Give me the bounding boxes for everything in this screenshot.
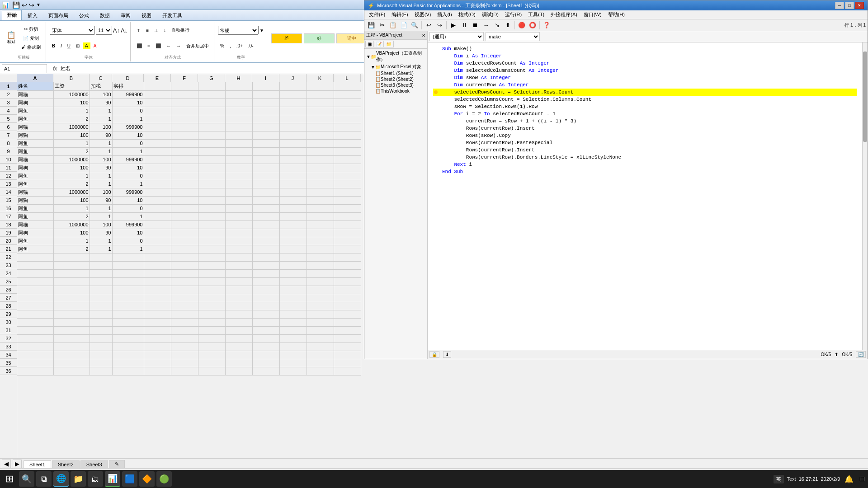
cell-29-9[interactable] <box>252 310 279 318</box>
cell-32-5[interactable] <box>144 334 171 343</box>
align-bottom-btn[interactable]: ⊥ <box>152 27 160 34</box>
vba-tb-redo[interactable]: ↪ <box>434 20 444 30</box>
cell-34-8[interactable] <box>225 351 252 359</box>
cell-20-10[interactable] <box>279 237 307 245</box>
cell-26-2[interactable] <box>53 286 90 294</box>
vba-refresh-btn[interactable]: 🔄 <box>856 351 866 358</box>
align-left-btn[interactable]: ⬛ <box>134 42 144 49</box>
cell-27-9[interactable] <box>252 294 279 302</box>
cell-34-5[interactable] <box>144 351 171 359</box>
cell-31-9[interactable] <box>252 326 279 334</box>
cell-4-4[interactable]: 0 <box>112 107 144 115</box>
row-header-33[interactable]: 33 <box>0 343 17 351</box>
vba-tb-step[interactable]: → <box>481 20 491 30</box>
cell-12-6[interactable] <box>171 172 198 180</box>
cell-23-5[interactable] <box>144 261 171 269</box>
cell-11-7[interactable] <box>198 164 225 172</box>
cell-5-5[interactable] <box>144 115 171 123</box>
format-painter-btn[interactable]: 🖌 格式刷 <box>19 43 43 52</box>
cell-1-6[interactable] <box>171 82 198 90</box>
cell-20-9[interactable] <box>252 237 279 245</box>
cell-19-4[interactable]: 10 <box>112 229 144 237</box>
cell-3-9[interactable] <box>252 99 279 107</box>
wrap-text-btn[interactable]: 自动换行 <box>169 26 192 34</box>
cell-12-7[interactable] <box>198 172 225 180</box>
row-header-36[interactable]: 36 <box>0 367 17 375</box>
cell-32-10[interactable] <box>279 334 307 343</box>
cell-35-3[interactable] <box>90 359 112 367</box>
cell-7-11[interactable] <box>307 131 334 139</box>
cell-1-7[interactable] <box>198 82 225 90</box>
cell-19-5[interactable] <box>144 229 171 237</box>
cut-btn[interactable]: ✂ 剪切 <box>19 25 43 33</box>
vba-menu-addins[interactable]: 外接程序(A) <box>548 11 580 19</box>
cell-4-3[interactable]: 1 <box>90 107 112 115</box>
cell-35-10[interactable] <box>279 359 307 367</box>
cell-12-11[interactable] <box>307 172 334 180</box>
cell-27-2[interactable] <box>53 294 90 302</box>
cell-11-10[interactable] <box>279 164 307 172</box>
cell-6-12[interactable] <box>334 123 361 131</box>
vba-tb-cut[interactable]: ✂ <box>377 20 387 30</box>
vba-tb-stepout[interactable]: ⬆ <box>503 20 513 30</box>
cell-16-2[interactable]: 1 <box>53 204 90 212</box>
cell-19-2[interactable]: 100 <box>53 229 90 237</box>
tab-home[interactable]: 开始 <box>2 10 22 20</box>
row-header-30[interactable]: 30 <box>0 318 17 326</box>
undo-quick-btn[interactable]: ↩ <box>22 1 27 9</box>
cell-21-2[interactable]: 2 <box>53 245 90 253</box>
cell-12-8[interactable] <box>225 172 252 180</box>
cell-36-6[interactable] <box>171 367 198 375</box>
cell-20-1[interactable]: 阿鱼 <box>17 237 53 245</box>
cell-5-4[interactable]: 1 <box>112 115 144 123</box>
cell-32-6[interactable] <box>171 334 198 343</box>
cell-3-8[interactable] <box>225 99 252 107</box>
cell-26-4[interactable] <box>112 286 144 294</box>
vba-toggle-folders-btn[interactable]: 📁 <box>384 41 394 47</box>
align-top-btn[interactable]: ⊤ <box>134 27 143 34</box>
cell-30-5[interactable] <box>144 318 171 326</box>
cell-14-2[interactable]: 1000000 <box>53 188 90 196</box>
cell-28-5[interactable] <box>144 302 171 310</box>
copy-btn[interactable]: 📄 复制 <box>19 34 43 42</box>
cell-30-7[interactable] <box>198 318 225 326</box>
cell-17-5[interactable] <box>144 212 171 221</box>
cell-14-1[interactable]: 阿猫 <box>17 188 53 196</box>
row-header-35[interactable]: 35 <box>0 359 17 367</box>
row-header-17[interactable]: 17 <box>0 212 17 221</box>
cell-22-8[interactable] <box>225 253 252 261</box>
cell-21-12[interactable] <box>334 245 361 253</box>
border-btn[interactable]: ⊞ <box>74 42 82 49</box>
cell-22-12[interactable] <box>334 253 361 261</box>
cell-5-12[interactable] <box>334 115 361 123</box>
cell-25-10[interactable] <box>279 277 307 286</box>
cell-5-3[interactable]: 1 <box>90 115 112 123</box>
cell-31-3[interactable] <box>90 326 112 334</box>
cell-4-10[interactable] <box>279 107 307 115</box>
row-header-8[interactable]: 8 <box>0 139 17 147</box>
cell-10-2[interactable]: 1000000 <box>53 155 90 164</box>
cell-26-1[interactable] <box>17 286 53 294</box>
cell-20-4[interactable]: 0 <box>112 237 144 245</box>
cell-3-6[interactable] <box>171 99 198 107</box>
cell-26-5[interactable] <box>144 286 171 294</box>
tab-pagelayout[interactable]: 页面布局 <box>43 10 73 20</box>
cell-7-9[interactable] <box>252 131 279 139</box>
cell-27-11[interactable] <box>307 294 334 302</box>
cell-14-11[interactable] <box>307 188 334 196</box>
cell-30-1[interactable] <box>17 318 53 326</box>
cell-7-8[interactable] <box>225 131 252 139</box>
cell-1-11[interactable] <box>307 82 334 90</box>
cell-31-11[interactable] <box>307 326 334 334</box>
vba-proc-dropdown[interactable]: make <box>486 32 540 41</box>
fillcolor-btn[interactable]: A <box>83 42 90 49</box>
row-header-34[interactable]: 34 <box>0 351 17 359</box>
cell-16-5[interactable] <box>144 204 171 212</box>
taskbar-show-desktop[interactable]: 🔔 <box>843 475 855 483</box>
vba-menu-tools[interactable]: 工具(T) <box>525 11 547 19</box>
cell-27-8[interactable] <box>225 294 252 302</box>
cell-35-4[interactable] <box>112 359 144 367</box>
cell-2-4[interactable]: 999900 <box>112 90 144 99</box>
cell-8-6[interactable] <box>171 139 198 147</box>
vba-menu-window[interactable]: 窗口(W) <box>581 11 604 19</box>
